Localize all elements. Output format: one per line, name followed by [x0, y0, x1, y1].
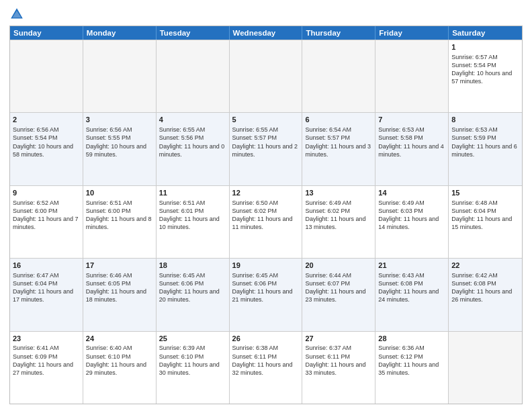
- day-info: Sunrise: 6:39 AM Sunset: 6:10 PM Dayligh…: [159, 344, 226, 377]
- logo-icon: [9, 7, 24, 21]
- weekday-header-thursday: Thursday: [302, 26, 375, 40]
- calendar-row-1: 2Sunrise: 6:56 AM Sunset: 5:54 PM Daylig…: [10, 112, 522, 185]
- day-cell-18: 18Sunrise: 6:45 AM Sunset: 6:06 PM Dayli…: [157, 259, 230, 330]
- day-cell-16: 16Sunrise: 6:47 AM Sunset: 6:04 PM Dayli…: [10, 259, 83, 330]
- day-info: Sunrise: 6:42 AM Sunset: 6:08 PM Dayligh…: [451, 271, 519, 304]
- day-cell-27: 27Sunrise: 6:37 AM Sunset: 6:11 PM Dayli…: [302, 332, 375, 404]
- day-number: 4: [159, 115, 226, 125]
- empty-cell-0-1: [83, 40, 157, 112]
- day-info: Sunrise: 6:56 AM Sunset: 5:55 PM Dayligh…: [86, 126, 153, 158]
- day-number: 19: [232, 261, 300, 271]
- day-info: Sunrise: 6:41 AM Sunset: 6:09 PM Dayligh…: [13, 344, 80, 377]
- day-cell-20: 20Sunrise: 6:44 AM Sunset: 6:07 PM Dayli…: [302, 259, 375, 330]
- day-cell-7: 7Sunrise: 6:53 AM Sunset: 5:58 PM Daylig…: [375, 113, 449, 185]
- day-info: Sunrise: 6:47 AM Sunset: 6:04 PM Dayligh…: [13, 271, 80, 304]
- weekday-header-sunday: Sunday: [10, 26, 83, 40]
- weekday-header-tuesday: Tuesday: [157, 26, 230, 40]
- day-cell-11: 11Sunrise: 6:51 AM Sunset: 6:01 PM Dayli…: [157, 186, 230, 258]
- day-cell-3: 3Sunrise: 6:56 AM Sunset: 5:55 PM Daylig…: [83, 113, 157, 185]
- calendar-row-3: 16Sunrise: 6:47 AM Sunset: 6:04 PM Dayli…: [10, 258, 522, 330]
- day-number: 25: [159, 334, 226, 344]
- day-number: 12: [232, 188, 300, 198]
- empty-cell-0-0: [10, 40, 83, 112]
- day-info: Sunrise: 6:55 AM Sunset: 5:57 PM Dayligh…: [232, 126, 300, 158]
- calendar-body: 1Sunrise: 6:57 AM Sunset: 5:54 PM Daylig…: [10, 40, 522, 404]
- day-cell-26: 26Sunrise: 6:38 AM Sunset: 6:11 PM Dayli…: [230, 332, 303, 404]
- day-cell-25: 25Sunrise: 6:39 AM Sunset: 6:10 PM Dayli…: [157, 332, 230, 404]
- day-number: 3: [86, 115, 153, 125]
- empty-cell-0-4: [302, 40, 375, 112]
- day-info: Sunrise: 6:53 AM Sunset: 5:58 PM Dayligh…: [378, 126, 445, 158]
- day-number: 7: [378, 115, 445, 125]
- day-cell-19: 19Sunrise: 6:45 AM Sunset: 6:06 PM Dayli…: [230, 259, 303, 330]
- day-info: Sunrise: 6:36 AM Sunset: 6:12 PM Dayligh…: [378, 344, 445, 377]
- day-cell-24: 24Sunrise: 6:40 AM Sunset: 6:10 PM Dayli…: [83, 332, 157, 404]
- day-number: 17: [86, 261, 153, 271]
- header: [9, 7, 523, 21]
- day-info: Sunrise: 6:48 AM Sunset: 6:04 PM Dayligh…: [451, 199, 519, 232]
- day-number: 14: [378, 188, 445, 198]
- day-number: 23: [13, 334, 80, 344]
- day-number: 9: [13, 188, 80, 198]
- calendar-header: SundayMondayTuesdayWednesdayThursdayFrid…: [10, 26, 522, 40]
- day-info: Sunrise: 6:49 AM Sunset: 6:02 PM Dayligh…: [305, 199, 372, 232]
- day-info: Sunrise: 6:43 AM Sunset: 6:08 PM Dayligh…: [378, 271, 445, 304]
- day-cell-8: 8Sunrise: 6:53 AM Sunset: 5:59 PM Daylig…: [449, 113, 522, 185]
- day-info: Sunrise: 6:54 AM Sunset: 5:57 PM Dayligh…: [305, 126, 372, 158]
- page: SundayMondayTuesdayWednesdayThursdayFrid…: [0, 0, 532, 411]
- day-cell-22: 22Sunrise: 6:42 AM Sunset: 6:08 PM Dayli…: [449, 259, 522, 330]
- day-cell-9: 9Sunrise: 6:52 AM Sunset: 6:00 PM Daylig…: [10, 186, 83, 258]
- day-number: 26: [232, 334, 300, 344]
- day-info: Sunrise: 6:57 AM Sunset: 5:54 PM Dayligh…: [451, 53, 519, 86]
- calendar-row-4: 23Sunrise: 6:41 AM Sunset: 6:09 PM Dayli…: [10, 331, 522, 404]
- day-cell-28: 28Sunrise: 6:36 AM Sunset: 6:12 PM Dayli…: [375, 332, 449, 404]
- weekday-header-wednesday: Wednesday: [230, 26, 303, 40]
- day-info: Sunrise: 6:49 AM Sunset: 6:03 PM Dayligh…: [378, 199, 445, 232]
- day-info: Sunrise: 6:52 AM Sunset: 6:00 PM Dayligh…: [13, 199, 80, 232]
- day-info: Sunrise: 6:51 AM Sunset: 6:01 PM Dayligh…: [159, 199, 226, 232]
- day-number: 21: [378, 261, 445, 271]
- day-info: Sunrise: 6:45 AM Sunset: 6:06 PM Dayligh…: [232, 271, 300, 304]
- day-number: 28: [378, 334, 445, 344]
- day-cell-15: 15Sunrise: 6:48 AM Sunset: 6:04 PM Dayli…: [449, 186, 522, 258]
- day-info: Sunrise: 6:53 AM Sunset: 5:59 PM Dayligh…: [451, 126, 519, 158]
- day-number: 11: [159, 188, 226, 198]
- day-info: Sunrise: 6:50 AM Sunset: 6:02 PM Dayligh…: [232, 199, 300, 232]
- weekday-header-monday: Monday: [83, 26, 157, 40]
- day-cell-2: 2Sunrise: 6:56 AM Sunset: 5:54 PM Daylig…: [10, 113, 83, 185]
- empty-cell-0-5: [375, 40, 449, 112]
- day-number: 22: [451, 261, 519, 271]
- day-cell-21: 21Sunrise: 6:43 AM Sunset: 6:08 PM Dayli…: [375, 259, 449, 330]
- day-cell-13: 13Sunrise: 6:49 AM Sunset: 6:02 PM Dayli…: [302, 186, 375, 258]
- day-number: 24: [86, 334, 153, 344]
- day-info: Sunrise: 6:37 AM Sunset: 6:11 PM Dayligh…: [305, 344, 372, 377]
- day-number: 16: [13, 261, 80, 271]
- day-number: 8: [451, 115, 519, 125]
- day-number: 20: [305, 261, 372, 271]
- day-number: 10: [86, 188, 153, 198]
- calendar-row-0: 1Sunrise: 6:57 AM Sunset: 5:54 PM Daylig…: [10, 40, 522, 112]
- day-cell-1: 1Sunrise: 6:57 AM Sunset: 5:54 PM Daylig…: [449, 40, 522, 112]
- calendar-row-2: 9Sunrise: 6:52 AM Sunset: 6:00 PM Daylig…: [10, 185, 522, 258]
- day-number: 27: [305, 334, 372, 344]
- day-info: Sunrise: 6:44 AM Sunset: 6:07 PM Dayligh…: [305, 271, 372, 304]
- empty-cell-0-3: [230, 40, 303, 112]
- day-info: Sunrise: 6:56 AM Sunset: 5:54 PM Dayligh…: [13, 126, 80, 158]
- day-number: 1: [451, 42, 519, 52]
- day-number: 2: [13, 115, 80, 125]
- day-info: Sunrise: 6:40 AM Sunset: 6:10 PM Dayligh…: [86, 344, 153, 377]
- day-number: 15: [451, 188, 519, 198]
- day-number: 13: [305, 188, 372, 198]
- day-cell-4: 4Sunrise: 6:55 AM Sunset: 5:56 PM Daylig…: [157, 113, 230, 185]
- day-info: Sunrise: 6:46 AM Sunset: 6:05 PM Dayligh…: [86, 271, 153, 304]
- day-cell-10: 10Sunrise: 6:51 AM Sunset: 6:00 PM Dayli…: [83, 186, 157, 258]
- day-number: 5: [232, 115, 300, 125]
- day-cell-17: 17Sunrise: 6:46 AM Sunset: 6:05 PM Dayli…: [83, 259, 157, 330]
- day-cell-14: 14Sunrise: 6:49 AM Sunset: 6:03 PM Dayli…: [375, 186, 449, 258]
- weekday-header-saturday: Saturday: [449, 26, 522, 40]
- day-cell-12: 12Sunrise: 6:50 AM Sunset: 6:02 PM Dayli…: [230, 186, 303, 258]
- day-info: Sunrise: 6:55 AM Sunset: 5:56 PM Dayligh…: [159, 126, 226, 158]
- day-cell-23: 23Sunrise: 6:41 AM Sunset: 6:09 PM Dayli…: [10, 332, 83, 404]
- empty-cell-0-2: [157, 40, 230, 112]
- day-number: 6: [305, 115, 372, 125]
